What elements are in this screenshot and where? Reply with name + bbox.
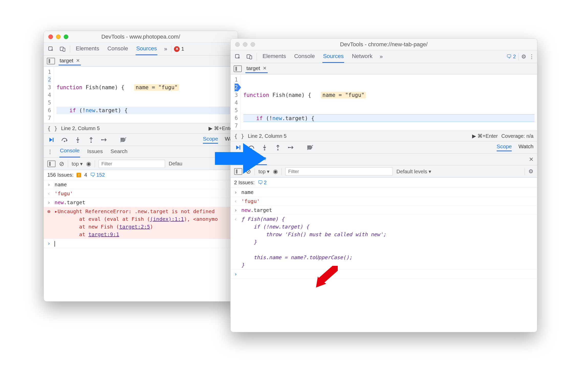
tab-network[interactable]: Network [351, 50, 373, 63]
output-arrow-icon: ‹ [234, 197, 239, 205]
input-arrow-icon: › [47, 181, 52, 188]
log-levels-selector[interactable]: Default levels ▾ [396, 168, 431, 175]
issues-summary[interactable]: 2 Issues: 🗨2 [231, 178, 537, 188]
pretty-print-icon[interactable]: { } [234, 133, 244, 139]
step-out-icon[interactable] [274, 144, 282, 151]
panel-tabs: Elements Console Sources [73, 43, 160, 55]
source-link[interactable]: target:9:1 [88, 231, 119, 237]
svg-point-17 [288, 147, 289, 148]
code-editor[interactable]: 1234567 function Fish(name) { name = "fu… [231, 74, 537, 131]
tab-watch[interactable]: Watch [518, 143, 533, 151]
tab-console[interactable]: Console [59, 146, 80, 157]
zoom-dot-icon[interactable] [251, 42, 255, 47]
tab-search[interactable]: Search [110, 146, 128, 157]
close-drawer-icon[interactable]: ✕ [529, 156, 533, 163]
settings-gear-icon[interactable]: ⚙ [521, 53, 526, 60]
deactivate-breakpoints-icon[interactable] [119, 136, 127, 144]
console-settings-gear-icon[interactable]: ⚙ [528, 168, 533, 175]
issues-summary[interactable]: 156 Issues: !4 🗨152 [44, 170, 238, 180]
console-output: 'fugu' [55, 190, 234, 197]
titlebar-left: DevTools - www.photopea.com/ [44, 31, 238, 43]
error-count-badge[interactable]: ✕ 1 [174, 46, 184, 52]
devtools-window-right: DevTools - chrome://new-tab-page/ Elemen… [230, 38, 537, 332]
separator [518, 53, 519, 61]
pretty-print-icon[interactable]: { } [47, 125, 58, 132]
close-icon[interactable]: ✕ [76, 58, 80, 63]
step-over-icon[interactable] [61, 136, 68, 144]
step-into-icon[interactable] [74, 136, 82, 144]
clear-console-icon[interactable]: ⊘ [59, 160, 64, 167]
more-tabs-icon[interactable]: » [378, 53, 384, 60]
devtools-window-left: DevTools - www.photopea.com/ Elements Co… [43, 31, 238, 302]
close-icon[interactable]: ✕ [263, 65, 267, 71]
tab-console[interactable]: Console [107, 43, 129, 55]
drawer-header: ⋮ Console ✕ [231, 154, 537, 165]
deactivate-breakpoints-icon[interactable] [306, 144, 314, 151]
device-toggle-icon[interactable] [58, 44, 67, 54]
msg-count: 2 [513, 54, 516, 60]
live-expression-icon[interactable]: ◉ [86, 161, 91, 167]
output-arrow-icon: ‹ [234, 215, 239, 223]
message-count-badge[interactable]: 🗨2 [506, 54, 516, 60]
svg-point-6 [91, 141, 92, 143]
error-icon: ✕ [174, 46, 180, 52]
navigator-toggle-icon[interactable] [234, 65, 242, 72]
minimize-dot-icon[interactable] [56, 35, 61, 39]
tab-sources[interactable]: Sources [136, 43, 157, 55]
navigator-toggle-icon[interactable] [47, 58, 55, 64]
step-icon[interactable] [287, 144, 295, 151]
console-filter-bar: ⊘ top ▾ ◉ Default levels ▾ ⚙ [231, 165, 537, 178]
console-input: name [55, 181, 234, 188]
context-selector[interactable]: top ▾ [72, 161, 83, 167]
code-area[interactable]: function Fish(name) { name = "fugu" if (… [54, 67, 238, 123]
code-area[interactable]: function Fish(name) { name = "fugu" if (… [241, 74, 537, 131]
tab-scope[interactable]: Scope [497, 143, 512, 151]
console-sidebar-toggle-icon[interactable] [47, 161, 56, 167]
device-toggle-icon[interactable] [245, 52, 254, 61]
source-link[interactable]: (index):1:1 [150, 216, 184, 222]
tab-issues[interactable]: Issues [87, 146, 103, 157]
step-out-icon[interactable] [87, 136, 95, 144]
file-tab-target[interactable]: target ✕ [245, 64, 268, 73]
close-dot-icon[interactable] [235, 42, 240, 47]
minimize-dot-icon[interactable] [243, 42, 247, 47]
zoom-dot-icon[interactable] [64, 35, 68, 39]
filter-input[interactable] [99, 160, 165, 168]
tab-console[interactable]: Console [294, 50, 315, 63]
inspect-icon[interactable] [233, 52, 242, 61]
kebab-icon[interactable]: ⋮ [47, 149, 53, 155]
console-prompt[interactable] [55, 239, 234, 247]
kebab-icon[interactable]: ⋮ [529, 53, 535, 60]
tab-elements[interactable]: Elements [262, 50, 287, 63]
console-body[interactable]: ›name ‹'fugu' ›new.target ⊗ ▸Uncaught Re… [44, 180, 238, 248]
tab-elements[interactable]: Elements [75, 43, 100, 55]
close-dot-icon[interactable] [48, 35, 53, 39]
input-arrow-icon: › [47, 239, 52, 247]
more-tabs-icon[interactable]: » [162, 46, 169, 52]
console-body[interactable]: ›name ‹'fugu' ›new.target ‹ ƒ Fish(name)… [231, 188, 537, 279]
inspect-icon[interactable] [46, 44, 56, 54]
titlebar-right: DevTools - chrome://new-tab-page/ [231, 39, 537, 50]
code-editor[interactable]: 1234567 function Fish(name) { name = "fu… [44, 67, 238, 123]
console-output-function[interactable]: ƒ Fish(name) { if (!new.target) { throw … [241, 215, 533, 269]
console-error[interactable]: ⊗ ▸Uncaught ReferenceError: .new.target … [44, 207, 238, 239]
issues-label: 156 Issues: [47, 172, 73, 178]
console-input: new.target [241, 206, 533, 214]
file-tab-target[interactable]: target ✕ [59, 56, 81, 65]
console-input: new.target [55, 199, 234, 206]
step-icon[interactable] [101, 136, 108, 144]
inline-value-badge: name = "fugu" [134, 84, 179, 91]
separator [68, 160, 68, 167]
filter-input[interactable] [285, 167, 393, 176]
devtools-toolbar: Elements Console Sources » ✕ 1 [44, 43, 238, 55]
info-badge: 🗨2 [258, 180, 267, 186]
separator [95, 160, 95, 167]
live-expression-icon[interactable]: ◉ [273, 168, 278, 175]
console-output: 'fugu' [241, 197, 533, 205]
source-link[interactable]: target:2:5 [119, 224, 150, 230]
resume-icon[interactable] [47, 136, 55, 144]
error-icon: ⊗ [47, 208, 52, 215]
log-levels-selector[interactable]: Defau [169, 161, 182, 167]
tab-sources[interactable]: Sources [322, 50, 344, 63]
run-hint: ▶ ⌘+Enter [472, 133, 498, 139]
